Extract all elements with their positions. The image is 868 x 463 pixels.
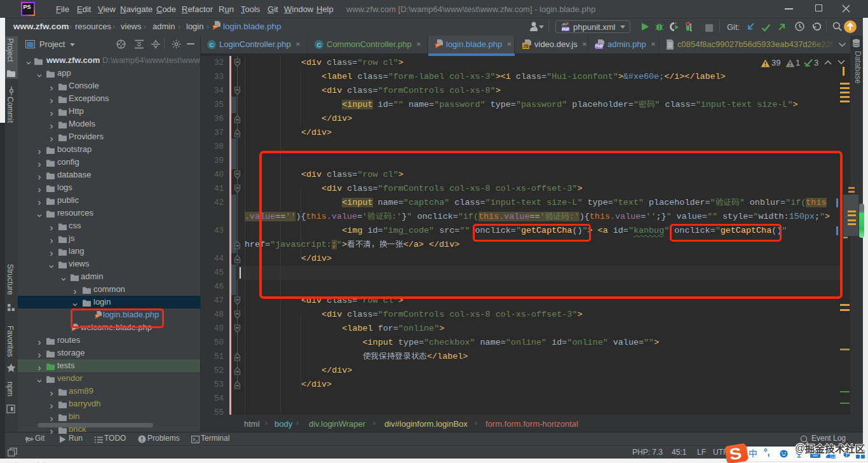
svg-text:PHP: PHP (595, 44, 604, 48)
svg-text:19: 19 (831, 455, 836, 459)
svg-text:PHP: PHP (562, 27, 569, 31)
svg-text:@: @ (795, 443, 805, 453)
svg-text:C: C (317, 41, 322, 48)
svg-text:JS: JS (523, 44, 529, 48)
svg-text:C: C (210, 41, 214, 48)
